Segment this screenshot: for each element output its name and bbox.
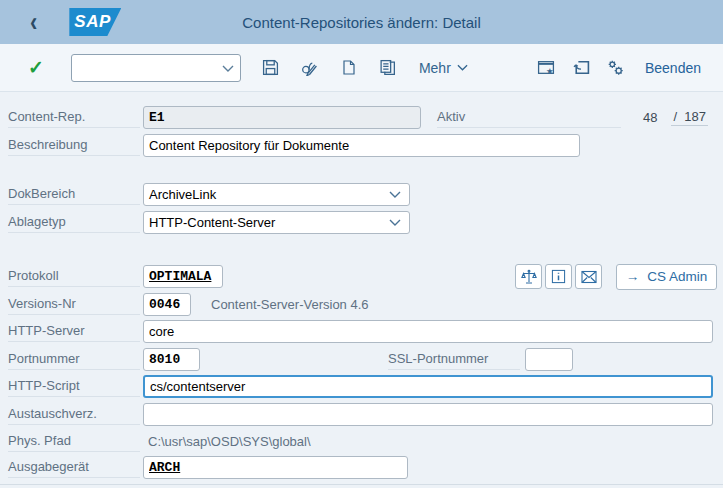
cs-admin-button[interactable]: → CS Admin bbox=[616, 264, 717, 290]
confirm-button[interactable]: ✓ bbox=[28, 56, 44, 79]
portnummer-label: Portnummer bbox=[8, 349, 140, 370]
ablagetyp-label: Ablagetyp bbox=[8, 212, 140, 233]
chevron-down-icon[interactable] bbox=[222, 65, 234, 72]
phys-pfad-value: C:\usr\sap\OSD\SYS\global\ bbox=[148, 434, 311, 449]
cs-admin-label: CS Admin bbox=[647, 269, 707, 284]
entry-total: / 187 bbox=[671, 109, 708, 126]
http-server-label: HTTP-Server bbox=[8, 321, 140, 342]
row-beschreibung: Beschreibung bbox=[8, 134, 717, 157]
scales-icon[interactable] bbox=[515, 264, 542, 289]
title-bar: ‹ SAP Content-Repositories ändern: Detai… bbox=[0, 0, 723, 44]
chevron-down-icon bbox=[389, 219, 401, 226]
austauschverz-label: Austauschverz. bbox=[8, 404, 140, 425]
more-label: Mehr bbox=[419, 60, 451, 76]
ablagetyp-value: HTTP-Content-Server bbox=[149, 215, 389, 230]
row-http-script: HTTP-Script bbox=[8, 375, 717, 398]
svg-text:★: ★ bbox=[546, 66, 554, 76]
dokbereich-select[interactable]: ArchiveLink bbox=[143, 183, 410, 206]
command-input[interactable] bbox=[71, 54, 241, 82]
create-icon[interactable] bbox=[340, 59, 358, 77]
envelope-icon[interactable] bbox=[575, 264, 602, 289]
chevron-down-icon bbox=[457, 64, 468, 71]
row-protokoll: Protokoll → CS Admin bbox=[8, 265, 717, 288]
info-icon[interactable] bbox=[545, 264, 572, 289]
new-session-icon[interactable] bbox=[572, 59, 590, 77]
save-icon[interactable] bbox=[262, 59, 280, 77]
display-change-icon[interactable] bbox=[301, 59, 319, 77]
protokoll-label: Protokoll bbox=[8, 266, 140, 287]
arrow-right-icon: → bbox=[626, 269, 640, 284]
austauschverz-field[interactable] bbox=[143, 403, 713, 426]
beschreibung-field[interactable] bbox=[143, 134, 580, 157]
protokoll-field[interactable] bbox=[143, 265, 223, 288]
entry-current: 48 bbox=[643, 110, 657, 125]
ssl-portnummer-field[interactable] bbox=[525, 348, 573, 371]
row-versions-nr: Versions-Nr Content-Server-Version 4.6 bbox=[8, 293, 717, 316]
new-session-star-icon[interactable]: ★ bbox=[537, 59, 555, 77]
versions-nr-label: Versions-Nr bbox=[8, 294, 140, 315]
bottom-divider bbox=[0, 484, 723, 485]
ssl-portnummer-label: SSL-Portnummer bbox=[388, 349, 520, 370]
back-icon[interactable]: ‹ bbox=[30, 10, 37, 35]
http-server-field[interactable] bbox=[143, 320, 713, 343]
row-ausgabegeraet: Ausgabegerät bbox=[8, 456, 717, 479]
row-austauschverz: Austauschverz. bbox=[8, 403, 717, 426]
chevron-down-icon bbox=[389, 191, 401, 198]
http-script-field[interactable] bbox=[143, 375, 713, 398]
main-toolbar: ✓ Mehr ★ Beenden bbox=[0, 44, 723, 92]
beschreibung-label: Beschreibung bbox=[8, 135, 140, 156]
row-ablagetyp: Ablagetyp HTTP-Content-Server bbox=[8, 211, 717, 234]
ausgabegeraet-field[interactable] bbox=[143, 456, 408, 479]
row-dokbereich: DokBereich ArchiveLink bbox=[8, 183, 717, 206]
detail-form: Content-Rep. Aktiv 48 / 187 Beschreibung… bbox=[0, 106, 723, 485]
dokbereich-label: DokBereich bbox=[8, 184, 140, 205]
sap-logo: SAP bbox=[69, 8, 121, 36]
content-rep-label: Content-Rep. bbox=[8, 107, 140, 128]
ablagetyp-select[interactable]: HTTP-Content-Server bbox=[143, 211, 410, 234]
version-note: Content-Server-Version 4.6 bbox=[211, 297, 369, 312]
row-phys-pfad: Phys. Pfad C:\usr\sap\OSD\SYS\global\ bbox=[8, 430, 717, 453]
portnummer-field[interactable] bbox=[143, 348, 200, 371]
copy-icon[interactable] bbox=[379, 59, 397, 77]
settings-gears-icon[interactable] bbox=[607, 59, 625, 77]
sap-gui-window: ‹ SAP Content-Repositories ändern: Detai… bbox=[0, 0, 723, 488]
row-portnummer: Portnummer SSL-Portnummer bbox=[8, 348, 717, 371]
phys-pfad-label: Phys. Pfad bbox=[8, 431, 140, 452]
http-script-label: HTTP-Script bbox=[8, 376, 140, 397]
ausgabegeraet-label: Ausgabegerät bbox=[8, 457, 140, 478]
window-title: Content-Repositories ändern: Detail bbox=[242, 14, 480, 31]
versions-nr-field[interactable] bbox=[143, 293, 191, 316]
more-menu[interactable]: Mehr bbox=[419, 60, 468, 76]
row-content-rep: Content-Rep. Aktiv 48 / 187 bbox=[8, 106, 717, 129]
command-field-wrap bbox=[71, 54, 241, 82]
content-rep-field[interactable] bbox=[143, 106, 421, 129]
aktiv-label: Aktiv bbox=[437, 107, 621, 128]
row-http-server: HTTP-Server bbox=[8, 320, 717, 343]
dokbereich-value: ArchiveLink bbox=[149, 187, 389, 202]
exit-button[interactable]: Beenden bbox=[645, 60, 701, 76]
